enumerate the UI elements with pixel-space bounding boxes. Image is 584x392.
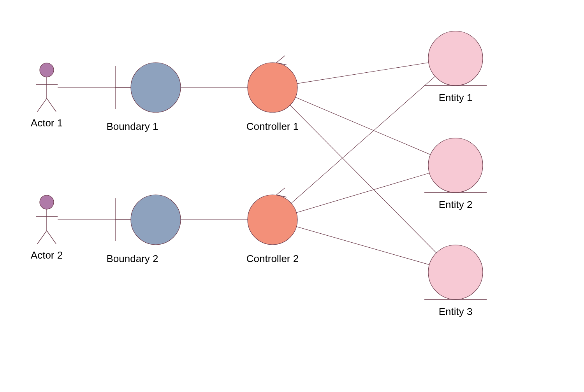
controller-arrow-1 <box>276 56 285 63</box>
link-controller1-entity2 <box>296 97 431 155</box>
entity-label: Entity 1 <box>439 92 473 103</box>
entity-circle-icon <box>428 31 483 86</box>
boundary-circle-icon <box>131 63 181 112</box>
entity-label: Entity 2 <box>439 199 473 210</box>
actor-head-icon <box>40 63 54 77</box>
entity-circle-icon <box>428 138 483 192</box>
actor-label: Actor 1 <box>31 117 63 129</box>
entity1: Entity 1 <box>424 31 487 103</box>
controller-label: Controller 1 <box>246 121 299 132</box>
entity2: Entity 2 <box>424 138 487 210</box>
controller1: Controller 1 <box>246 56 299 132</box>
controller2: Controller 2 <box>246 188 299 264</box>
entity-circle-icon <box>428 245 483 299</box>
link-controller1-entity3 <box>290 105 436 253</box>
actor-leg-left <box>37 98 47 112</box>
boundary1: Boundary 1 <box>107 63 181 132</box>
actor2: Actor 2 <box>31 195 63 261</box>
actor1: Actor 1 <box>31 63 63 129</box>
actor-leg-right <box>47 231 56 244</box>
boundary2: Boundary 2 <box>107 195 181 264</box>
entity-label: Entity 3 <box>439 306 473 317</box>
controller-circle-icon <box>248 195 297 245</box>
actor-leg-right <box>47 98 56 112</box>
boundary-circle-icon <box>131 195 181 245</box>
robustness-diagram: Actor 1Actor 2Boundary 1Boundary 2Contro… <box>0 0 584 392</box>
link-controller1-entity1 <box>297 63 429 84</box>
controller-circle-icon <box>248 63 297 112</box>
link-controller2-entity3 <box>297 227 429 265</box>
boundary-label: Boundary 1 <box>107 121 158 132</box>
link-controller2-entity1 <box>291 76 435 203</box>
actor-leg-left <box>37 231 47 244</box>
controller-label: Controller 2 <box>246 253 299 264</box>
controller-arrow-1 <box>276 188 285 195</box>
entity3: Entity 3 <box>424 245 487 317</box>
actor-label: Actor 2 <box>31 249 63 261</box>
links-layer <box>58 63 436 265</box>
actor-head-icon <box>40 195 54 209</box>
boundary-label: Boundary 2 <box>107 253 158 264</box>
